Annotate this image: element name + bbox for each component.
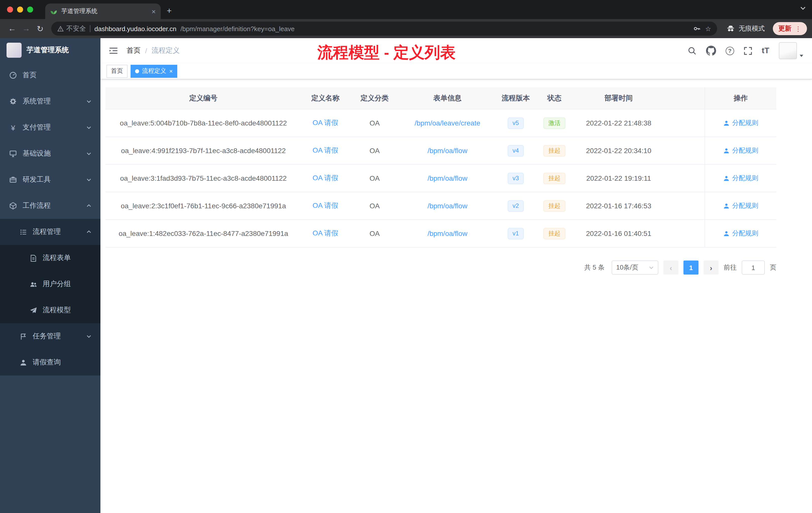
github-icon[interactable] [706,46,716,56]
name-link[interactable]: OA 请假 [313,201,339,210]
form-link[interactable]: /bpm/oa/flow [428,202,467,210]
version-tag: v1 [508,228,524,239]
sidebar-item-devtools[interactable]: 研发工具 [0,167,100,193]
name-link[interactable]: OA 请假 [313,146,339,155]
search-icon[interactable] [688,46,696,55]
yen-icon: ¥ [9,123,17,131]
person-icon [723,175,730,181]
assign-rule-link[interactable]: 分配规则 [723,146,758,155]
close-window-button[interactable] [7,6,13,12]
tab-search-chevron-icon[interactable] [800,5,806,11]
sidebar-item-infra[interactable]: 基础设施 [0,141,100,167]
assign-rule-link[interactable]: 分配规则 [723,174,758,183]
sidebar-item-payment[interactable]: ¥ 支付管理 [0,115,100,141]
sidebar-item-process-form[interactable]: 流程表单 [0,245,100,271]
version-tag: v3 [508,173,524,184]
dashboard-icon [9,71,17,79]
sidebar-item-system[interactable]: 系统管理 [0,88,100,115]
sidebar: 芋道管理系统 首页 系统管理 ¥ 支付管理 基础设施 [0,38,100,513]
help-icon[interactable]: ? [726,47,734,55]
form-link[interactable]: /bpm/oa/flow [428,174,467,182]
status-badge: 激活 [543,117,566,129]
sidebar-item-task-management[interactable]: 任务管理 [0,323,100,350]
chevron-down-icon [86,334,91,339]
cell-category: OA [349,137,400,164]
breadcrumb-home[interactable]: 首页 [126,46,141,55]
document-icon [29,254,37,262]
person-icon [723,120,730,126]
forward-button[interactable]: → [19,24,33,33]
paper-plane-icon [29,306,37,314]
tab-close-icon[interactable]: × [152,8,156,15]
reload-button[interactable]: ↻ [33,24,47,33]
sidebar-logo[interactable]: 芋道管理系统 [0,38,100,62]
assign-rule-link[interactable]: 分配规则 [723,229,758,238]
new-tab-button[interactable]: + [167,6,172,16]
back-button[interactable]: ← [5,24,19,33]
minimize-window-button[interactable] [17,6,23,12]
url-path: /bpm/manager/definition?key=oa_leave [180,25,295,32]
chevron-down-icon [86,151,91,156]
form-link[interactable]: /bpm/oa/leave/create [414,119,480,127]
table-row: oa_leave:5:004b710b-7b8a-11ec-8ef0-acde4… [106,110,776,137]
sidebar-item-user-group[interactable]: 用户分组 [0,271,100,297]
breadcrumb: 首页 / 流程定义 [126,46,180,55]
tag-process-definition[interactable]: 流程定义 × [130,64,177,78]
goto-page-input[interactable] [742,261,765,275]
sidebar-item-process-management[interactable]: 流程管理 [0,219,100,245]
app-title: 芋道管理系统 [27,46,69,55]
sidebar-item-process-model[interactable]: 流程模型 [0,297,100,323]
sidebar-item-workflow[interactable]: 工作流程 [0,193,100,219]
prev-page-button[interactable]: ‹ [663,261,678,275]
next-page-button[interactable]: › [703,261,719,275]
person-icon [723,230,730,237]
maximize-window-button[interactable] [27,6,33,12]
cell-time: 2022-01-16 17:46:53 [573,192,665,219]
browser-tab[interactable]: 芋道管理系统 × [45,3,161,19]
sidebar-item-home[interactable]: 首页 [0,62,100,88]
cube-icon [9,202,17,210]
screenshot-root: 芋道管理系统 × + ← → ↻ 不安全 dashboard.yudao.ioc… [0,0,812,513]
password-key-icon[interactable] [693,25,701,33]
name-link[interactable]: OA 请假 [313,229,339,238]
browser-tabstrip: 芋道管理系统 × + [0,0,812,19]
font-size-icon[interactable]: tT [762,46,769,55]
chrome-update-button[interactable]: 更新 ⋮ [773,22,807,35]
cell-id: oa_leave:3:1fad3d93-7b75-11ec-a3c8-acde4… [106,164,301,192]
user-avatar[interactable] [779,42,804,59]
user-group-icon [29,280,37,288]
version-tag: v2 [508,200,524,212]
name-link[interactable]: OA 请假 [313,174,339,183]
active-dot [135,69,139,73]
top-navbar: 首页 / 流程定义 流程模型 - 定义列表 ? tT [100,38,812,63]
fullscreen-icon[interactable] [744,47,752,55]
form-link[interactable]: /bpm/oa/flow [428,230,467,237]
name-link[interactable]: OA 请假 [313,118,339,127]
incognito-badge: 无痕模式 [726,24,765,33]
status-badge: 挂起 [543,173,566,184]
assign-rule-link[interactable]: 分配规则 [723,201,758,210]
sidebar-item-leave-query[interactable]: 请假查询 [0,350,100,375]
address-bar[interactable]: 不安全 dashboard.yudao.iocoder.cn/bpm/manag… [51,22,717,36]
form-link[interactable]: /bpm/oa/flow [428,147,467,155]
security-warning[interactable]: 不安全 [57,24,86,33]
page-unit-label: 页 [770,263,776,272]
page-size-select[interactable]: 10条/页 [612,261,658,275]
cell-id: oa_leave:2:3c1f0ef1-76b1-11ec-9c66-a2380… [106,192,301,219]
tag-close-icon[interactable]: × [169,67,173,74]
bookmark-star-icon[interactable]: ☆ [705,25,711,32]
warning-triangle-icon [57,25,64,32]
page-number-active[interactable]: 1 [684,261,698,275]
tag-home[interactable]: 首页 [107,64,127,78]
status-badge: 挂起 [543,228,566,239]
assign-rule-link[interactable]: 分配规则 [723,118,758,127]
browser-toolbar: ← → ↻ 不安全 dashboard.yudao.iocoder.cn/bpm… [0,19,812,38]
status-badge: 挂起 [543,200,566,212]
hamburger-icon[interactable] [109,46,118,56]
browser-menu-icon[interactable]: ⋮ [795,25,802,32]
status-badge: 挂起 [543,145,566,156]
cell-time: 2022-01-22 21:48:38 [573,110,665,137]
col-header-status: 状态 [536,87,573,109]
definition-table: 定义编号 定义名称 定义分类 表单信息 流程版本 状态 部署时间 操作 oa_l… [106,87,776,247]
cell-category: OA [349,110,400,137]
